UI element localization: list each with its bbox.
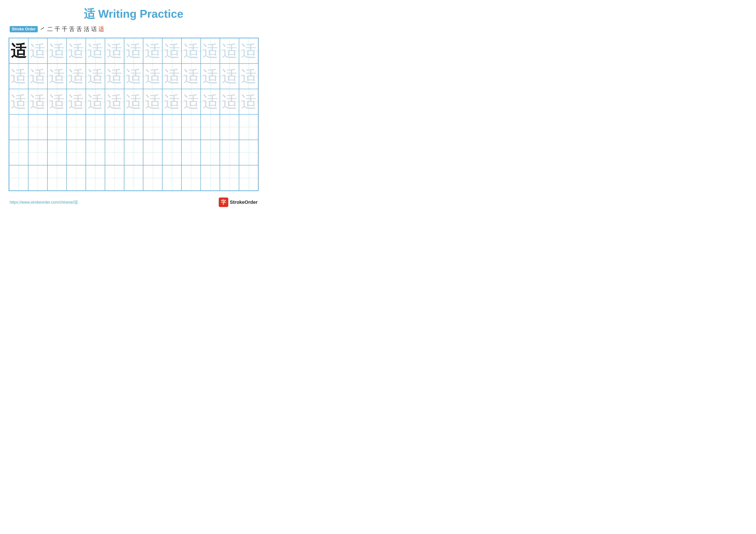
grid-cell-r4c10[interactable] xyxy=(181,114,201,140)
grid-cell-r5c2[interactable] xyxy=(28,140,47,165)
grid-cell-r1c4[interactable]: 适 xyxy=(67,38,86,64)
grid-cell-r4c6[interactable] xyxy=(105,114,124,140)
grid-cell-r3c3[interactable]: 适 xyxy=(47,89,67,114)
grid-cell-r3c2[interactable]: 适 xyxy=(28,89,47,114)
grid-cell-r4c8[interactable] xyxy=(143,114,162,140)
stroke-1: ㇒ xyxy=(40,25,45,33)
grid-cell-r2c13[interactable]: 适 xyxy=(239,64,258,89)
grid-cell-r5c11[interactable] xyxy=(201,140,220,165)
grid-cell-r6c6[interactable] xyxy=(105,165,124,191)
grid-cell-r1c7[interactable]: 适 xyxy=(124,38,143,64)
grid-cell-r3c12[interactable]: 适 xyxy=(220,89,239,114)
grid-cell-r4c12[interactable] xyxy=(220,114,239,140)
grid-cell-r4c1[interactable] xyxy=(9,114,28,140)
grid-cell-r5c1[interactable] xyxy=(9,140,28,165)
grid-cell-r5c3[interactable] xyxy=(47,140,67,165)
grid-cell-r5c9[interactable] xyxy=(162,140,181,165)
grid-cell-r4c2[interactable] xyxy=(28,114,47,140)
stroke-chars: ㇒ 二 千 千 舌 舌 活 话 适 xyxy=(40,25,104,33)
grid-cell-r2c5[interactable]: 适 xyxy=(86,64,105,89)
grid-cell-r1c6[interactable]: 适 xyxy=(105,38,124,64)
grid-cell-r6c9[interactable] xyxy=(162,165,181,191)
grid-cell-r4c7[interactable] xyxy=(124,114,143,140)
grid-cell-r3c11[interactable]: 适 xyxy=(201,89,220,114)
grid-cell-r6c11[interactable] xyxy=(201,165,220,191)
grid-cell-r4c11[interactable] xyxy=(201,114,220,140)
grid-cell-r2c4[interactable]: 适 xyxy=(67,64,86,89)
grid-cell-r5c7[interactable] xyxy=(124,140,143,165)
grid-cell-r3c1[interactable]: 适 xyxy=(9,89,28,114)
char-r1c1: 适 xyxy=(11,43,26,59)
grid-cell-r6c10[interactable] xyxy=(181,165,201,191)
grid-cell-r5c4[interactable] xyxy=(67,140,86,165)
grid-cell-r3c9[interactable]: 适 xyxy=(162,89,181,114)
stroke-6: 舌 xyxy=(76,25,82,33)
grid-cell-r2c1[interactable]: 适 xyxy=(9,64,28,89)
grid-cell-r3c5[interactable]: 适 xyxy=(86,89,105,114)
grid-cell-r6c1[interactable] xyxy=(9,165,28,191)
title-text: 适 Writing Practice xyxy=(84,8,183,20)
page-title: 适 Writing Practice xyxy=(9,7,258,21)
grid-cell-r5c5[interactable] xyxy=(86,140,105,165)
grid-cell-r1c13[interactable]: 适 xyxy=(239,38,258,64)
grid-cell-r3c7[interactable]: 适 xyxy=(124,89,143,114)
grid-cell-r5c8[interactable] xyxy=(143,140,162,165)
grid-cell-r5c12[interactable] xyxy=(220,140,239,165)
grid-cell-r2c11[interactable]: 适 xyxy=(201,64,220,89)
practice-grid: 适 适 适 适 适 适 适 适 适 适 适 适 适 适 适 适 适 适 适 适 … xyxy=(9,38,258,191)
grid-cell-r4c5[interactable] xyxy=(86,114,105,140)
grid-cell-r1c8[interactable]: 适 xyxy=(143,38,162,64)
grid-cell-r1c9[interactable]: 适 xyxy=(162,38,181,64)
grid-cell-r2c7[interactable]: 适 xyxy=(124,64,143,89)
grid-cell-r4c9[interactable] xyxy=(162,114,181,140)
grid-cell-r4c4[interactable] xyxy=(67,114,86,140)
grid-cell-r6c7[interactable] xyxy=(124,165,143,191)
stroke-8: 话 xyxy=(91,25,97,33)
grid-cell-r4c3[interactable] xyxy=(47,114,67,140)
grid-cell-r1c5[interactable]: 适 xyxy=(86,38,105,64)
stroke-3: 千 xyxy=(55,25,60,33)
grid-cell-r6c13[interactable] xyxy=(239,165,258,191)
grid-cell-r6c2[interactable] xyxy=(28,165,47,191)
brand: 字 StrokeOrder xyxy=(219,197,257,207)
grid-cell-r1c12[interactable]: 适 xyxy=(220,38,239,64)
grid-cell-r2c9[interactable]: 适 xyxy=(162,64,181,89)
grid-cell-r2c10[interactable]: 适 xyxy=(181,64,201,89)
grid-cell-r1c1[interactable]: 适 xyxy=(9,38,28,64)
grid-cell-r3c8[interactable]: 适 xyxy=(143,89,162,114)
grid-cell-r1c11[interactable]: 适 xyxy=(201,38,220,64)
grid-cell-r2c8[interactable]: 适 xyxy=(143,64,162,89)
grid-cell-r1c2[interactable]: 适 xyxy=(28,38,47,64)
grid-cell-r3c13[interactable]: 适 xyxy=(239,89,258,114)
grid-cell-r2c6[interactable]: 适 xyxy=(105,64,124,89)
stroke-2: 二 xyxy=(47,25,53,33)
grid-cell-r2c2[interactable]: 适 xyxy=(28,64,47,89)
grid-cell-r2c12[interactable]: 适 xyxy=(220,64,239,89)
brand-icon: 字 xyxy=(219,197,228,207)
grid-cell-r5c6[interactable] xyxy=(105,140,124,165)
footer: https://www.strokeorder.com/chinese/适 字 … xyxy=(9,197,258,207)
grid-cell-r1c3[interactable]: 适 xyxy=(47,38,67,64)
grid-cell-r6c5[interactable] xyxy=(86,165,105,191)
stroke-4: 千 xyxy=(62,25,68,33)
stroke-5: 舌 xyxy=(69,25,75,33)
grid-cell-r5c13[interactable] xyxy=(239,140,258,165)
brand-name: StrokeOrder xyxy=(230,199,257,205)
stroke-order-badge: Stroke Order xyxy=(10,26,38,32)
grid-cell-r1c10[interactable]: 适 xyxy=(181,38,201,64)
grid-cell-r3c4[interactable]: 适 xyxy=(67,89,86,114)
grid-cell-r6c3[interactable] xyxy=(47,165,67,191)
footer-url[interactable]: https://www.strokeorder.com/chinese/适 xyxy=(10,200,78,205)
grid-cell-r2c3[interactable]: 适 xyxy=(47,64,67,89)
stroke-7: 活 xyxy=(84,25,90,33)
stroke-9: 适 xyxy=(98,25,104,33)
grid-cell-r6c8[interactable] xyxy=(143,165,162,191)
stroke-order-row: Stroke Order ㇒ 二 千 千 舌 舌 活 话 适 xyxy=(9,25,258,33)
grid-cell-r5c10[interactable] xyxy=(181,140,201,165)
grid-cell-r6c4[interactable] xyxy=(67,165,86,191)
grid-cell-r4c13[interactable] xyxy=(239,114,258,140)
grid-cell-r3c10[interactable]: 适 xyxy=(181,89,201,114)
grid-cell-r6c12[interactable] xyxy=(220,165,239,191)
grid-cell-r3c6[interactable]: 适 xyxy=(105,89,124,114)
